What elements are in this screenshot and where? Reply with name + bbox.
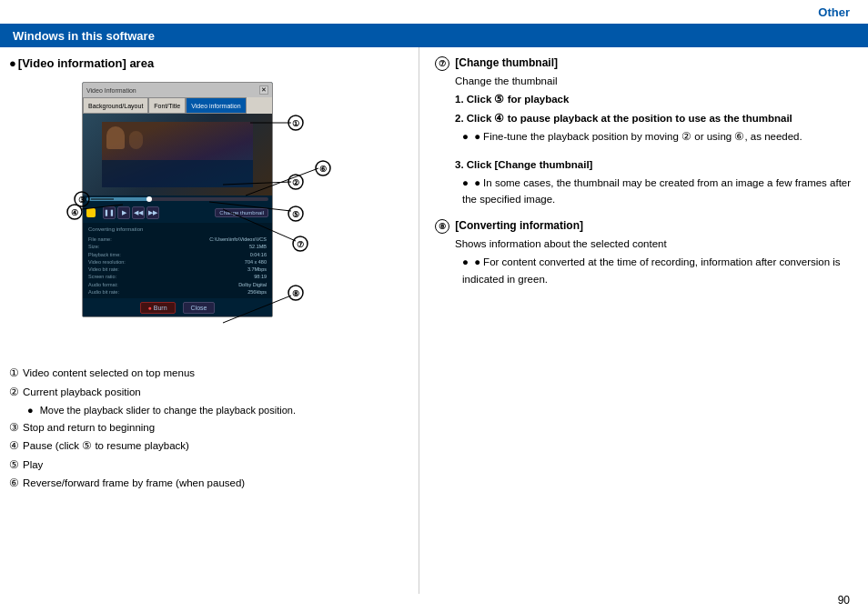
stop-button[interactable]	[86, 208, 96, 217]
section7-step1: 1. Click ⑤ for playback	[455, 91, 853, 107]
section8-title: ⑧ [Converting information]	[435, 219, 853, 234]
tab-font-title[interactable]: Font/Title	[148, 97, 186, 114]
video-preview-area	[83, 114, 272, 196]
ann-num-6: ⑥	[9, 475, 19, 493]
window-footer: Burn Close	[83, 298, 272, 316]
section7-step3-sub: In some cases, the thumbnail may be crea…	[462, 175, 853, 208]
svg-text:⑧: ⑧	[292, 289, 299, 298]
play-button[interactable]: ▶	[117, 206, 130, 219]
left-column: [Video information] area Video Informati…	[0, 47, 419, 594]
ann-text-6: Reverse/forward frame by frame (when pau…	[23, 475, 245, 493]
annotation-4: ④ Pause (click ⑤ to resume playback)	[9, 437, 409, 456]
ann-num-4: ④	[9, 437, 19, 456]
svg-point-22	[288, 286, 303, 300]
section7-step3: 3. Click [Change thumbnail]	[455, 156, 853, 173]
svg-text:④: ④	[71, 208, 78, 217]
section8-desc: Shows information about the selected con…	[455, 236, 853, 252]
svg-text:⑥: ⑥	[319, 165, 327, 174]
section7-step2: 2. Click ④ to pause playback at the posi…	[455, 110, 853, 126]
ann-text-5: Play	[23, 456, 43, 475]
svg-text:⑤: ⑤	[292, 210, 299, 219]
window-close-btn[interactable]: ✕	[259, 85, 268, 95]
svg-point-4	[288, 175, 303, 189]
window-tabs: Background/Layout Font/Title Video infor…	[83, 97, 272, 114]
page-number: 90	[838, 594, 850, 607]
video-inner	[102, 122, 253, 187]
ann-text-4: Pause (click ⑤ to resume playback)	[23, 437, 189, 456]
window-mockup: Video Information ✕ Background/Layout Fo…	[82, 82, 273, 317]
progress-track[interactable]	[86, 197, 268, 201]
section7-desc: Change the thumbnail	[455, 73, 853, 89]
annotation-6: ⑥ Reverse/forward frame by frame (when p…	[9, 475, 409, 493]
burn-button[interactable]: Burn	[140, 302, 176, 314]
svg-point-13	[67, 205, 82, 219]
section8-title-text: [Converting information]	[455, 219, 583, 232]
section7-step2-sub: Fine-tune the playback position by movin…	[462, 128, 853, 145]
section-converting-information: ⑧ [Converting information] Shows informa…	[435, 219, 853, 287]
annotation-5: ⑤ Play	[9, 456, 409, 475]
ann-num-5: ⑤	[9, 456, 19, 475]
section-title: Windows in this software	[13, 29, 155, 43]
progress-filled	[86, 197, 150, 201]
svg-point-19	[293, 236, 308, 251]
svg-text:①: ①	[292, 119, 299, 128]
tab-video-information[interactable]: Video information	[186, 97, 246, 114]
svg-text:⑦: ⑦	[297, 240, 304, 249]
other-label: Other	[818, 5, 850, 19]
ann-bullet-2	[27, 402, 36, 419]
progress-thumb	[146, 196, 152, 202]
svg-point-7	[316, 161, 330, 176]
tab-background-layout[interactable]: Background/Layout	[83, 97, 148, 114]
section7-title: ⑦ [Change thumbnail]	[435, 56, 853, 71]
section7-title-text: [Change thumbnail]	[455, 56, 558, 69]
pause-button[interactable]: ❚❚	[103, 206, 116, 219]
converting-information-area: Converting information File name:C:\User…	[83, 223, 272, 298]
frame-step-back-button[interactable]: ◀◀	[132, 206, 145, 219]
progress-bar-container	[83, 196, 272, 203]
section-change-thumbnail: ⑦ [Change thumbnail] Change the thumbnai…	[435, 56, 853, 208]
playback-controls: ❚❚ ▶ ◀◀ ▶▶ Change thumbnail	[83, 203, 272, 223]
ann-text-1: Video content selected on top menus	[23, 365, 195, 383]
num-circle-8: ⑧	[435, 219, 449, 234]
annotation-2: ② Current playback position	[9, 384, 409, 402]
ann-text-2: Current playback position	[23, 384, 141, 402]
annotation-1: ① Video content selected on top menus	[9, 365, 409, 383]
section8-sub: For content converted at the time of rec…	[462, 254, 853, 287]
annotation-2-sub: Move the playback slider to change the p…	[27, 402, 409, 419]
svg-point-1	[288, 115, 303, 130]
ann-text-3: Stop and return to beginning	[23, 419, 155, 437]
window-titlebar: Video Information ✕	[83, 83, 272, 97]
ann-num-3: ③	[9, 419, 19, 437]
right-column: ⑦ [Change thumbnail] Change the thumbnai…	[420, 47, 868, 594]
left-section-title: [Video information] area	[9, 56, 409, 70]
video-placeholder	[83, 114, 272, 196]
column-divider	[419, 47, 419, 594]
ann-num-2: ②	[9, 384, 19, 402]
change-thumbnail-button[interactable]: Change thumbnail	[215, 208, 268, 217]
svg-text:②: ②	[292, 178, 299, 187]
annotations-list: ① Video content selected on top menus ② …	[9, 365, 409, 493]
frame-step-forward-button[interactable]: ▶▶	[146, 206, 159, 219]
close-button[interactable]: Close	[183, 302, 216, 314]
ann-sub-text-2: Move the playback slider to change the p…	[40, 402, 296, 419]
num-circle-7: ⑦	[435, 56, 449, 71]
ann-num-1: ①	[9, 365, 19, 383]
header-bar: Windows in this software	[0, 24, 868, 47]
svg-point-16	[288, 206, 303, 221]
annotation-3: ③ Stop and return to beginning	[9, 419, 409, 437]
